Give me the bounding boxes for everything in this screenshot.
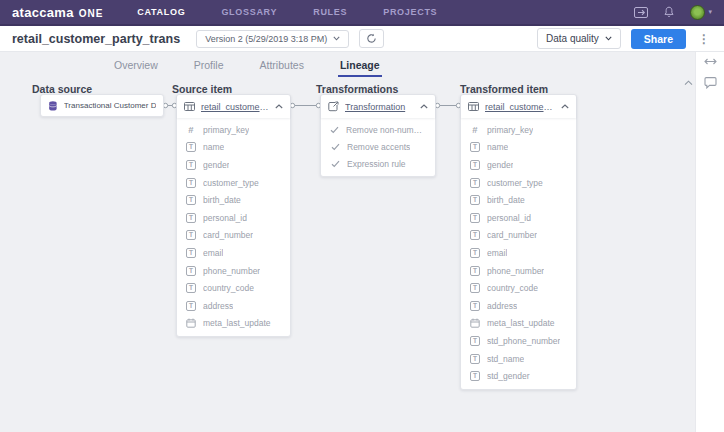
table-icon — [184, 102, 195, 111]
field-row[interactable]: Tcustomer_type — [177, 174, 290, 192]
text-icon: T — [186, 195, 196, 205]
field-label: name — [487, 142, 508, 152]
tab-attributes[interactable]: Attributes — [258, 55, 306, 77]
field-row[interactable]: #primary_key — [177, 121, 290, 139]
brand-logo[interactable]: ataccama ONE — [12, 5, 103, 20]
user-menu[interactable]: ▾ — [690, 5, 712, 20]
field-row[interactable]: Tname — [461, 139, 576, 157]
chevron-up-icon — [561, 104, 569, 109]
field-row[interactable]: Tcountry_code — [177, 279, 290, 297]
text-icon: T — [470, 213, 480, 223]
field-label: meta_last_update — [203, 318, 271, 328]
field-label: card_number — [487, 230, 537, 240]
page-title: retail_customer_party_trans — [12, 32, 180, 46]
text-icon: T — [186, 248, 196, 258]
field-row[interactable]: Tname — [177, 139, 290, 157]
tab-lineage[interactable]: Lineage — [338, 55, 382, 77]
text-icon: T — [470, 178, 480, 188]
transformation-link[interactable]: Transformation — [345, 102, 414, 112]
field-label: personal_id — [203, 213, 247, 223]
tab-overview[interactable]: Overview — [112, 55, 160, 77]
transformation-step[interactable]: Expression rule — [321, 155, 435, 172]
field-row[interactable]: Tcard_number — [461, 227, 576, 245]
transformation-step[interactable]: Remove non-numeric characters — [321, 121, 435, 138]
transformation-icon — [328, 101, 339, 112]
collapse-source-item-button[interactable] — [275, 104, 283, 109]
field-row[interactable]: Tcustomer_type — [461, 174, 576, 192]
field-row[interactable]: Tstd_name — [461, 350, 576, 368]
step-label: Expression rule — [347, 159, 406, 169]
field-label: country_code — [203, 283, 254, 293]
field-row[interactable]: Tpersonal_id — [177, 209, 290, 227]
chevron-down-icon — [333, 36, 340, 41]
field-row[interactable]: Tstd_gender — [461, 367, 576, 385]
data-quality-dropdown[interactable]: Data quality — [537, 28, 621, 49]
field-row[interactable]: meta_last_update — [177, 315, 290, 333]
resize-horizontal-icon[interactable] — [704, 57, 717, 66]
nav-item-projects[interactable]: PROJECTS — [383, 7, 437, 17]
text-icon: T — [186, 301, 196, 311]
top-nav: ataccama ONE CATALOGGLOSSARYRULESPROJECT… — [0, 0, 724, 26]
data-quality-label: Data quality — [546, 33, 599, 44]
field-row[interactable]: meta_last_update — [461, 315, 576, 333]
step-label: Remove non-numeric characters — [346, 125, 426, 135]
collapse-transformation-button[interactable] — [420, 104, 428, 109]
field-row[interactable]: Tcountry_code — [461, 279, 576, 297]
field-row[interactable]: Taddress — [177, 297, 290, 315]
export-panel-icon[interactable] — [634, 7, 648, 18]
collapse-lineage-icon[interactable] — [684, 80, 693, 86]
field-row[interactable]: Tcard_number — [177, 227, 290, 245]
field-row[interactable]: Temail — [177, 244, 290, 262]
nav-item-rules[interactable]: RULES — [313, 7, 347, 17]
field-label: birth_date — [487, 195, 525, 205]
field-label: address — [487, 301, 517, 311]
field-label: card_number — [203, 230, 253, 240]
source-item-field-list: #primary_keyTnameTgenderTcustomer_typeTb… — [177, 118, 290, 336]
field-row[interactable]: Tbirth_date — [461, 191, 576, 209]
transformation-header[interactable]: Transformation — [321, 95, 435, 118]
text-icon: T — [186, 230, 196, 240]
field-row[interactable]: Tphone_number — [177, 262, 290, 280]
source-item-link[interactable]: retail_customer_party — [201, 102, 269, 112]
nav-item-glossary[interactable]: GLOSSARY — [221, 7, 277, 17]
transformed-item-card: retail_customer_party_trans #primary_key… — [460, 94, 577, 390]
calendar-icon — [186, 318, 196, 328]
avatar — [690, 5, 705, 20]
nav-item-catalog[interactable]: CATALOG — [137, 7, 185, 17]
text-icon: T — [186, 178, 196, 188]
top-nav-items: CATALOGGLOSSARYRULESPROJECTS — [137, 7, 437, 17]
text-icon: T — [186, 160, 196, 170]
notifications-bell-icon[interactable] — [663, 6, 675, 18]
field-row[interactable]: Tpersonal_id — [461, 209, 576, 227]
transformed-item-link[interactable]: retail_customer_party_trans — [485, 102, 555, 112]
text-icon: T — [186, 266, 196, 276]
datasource-icon — [48, 100, 58, 112]
lineage-canvas: Data source Source item Transformations … — [0, 52, 695, 432]
refresh-button[interactable] — [359, 29, 384, 48]
transformation-step[interactable]: Remove accents — [321, 138, 435, 155]
field-row[interactable]: Taddress — [461, 297, 576, 315]
data-source-card[interactable]: Transactional Customer Data — [40, 94, 164, 117]
step-label: Remove accents — [347, 142, 410, 152]
source-item-header[interactable]: retail_customer_party — [177, 95, 290, 118]
field-row[interactable]: Temail — [461, 244, 576, 262]
transformed-item-field-list: #primary_keyTnameTgenderTcustomer_typeTb… — [461, 118, 576, 389]
brand-name: ataccama — [12, 5, 74, 20]
text-icon: T — [470, 301, 480, 311]
version-dropdown[interactable]: Version 2 (5/29/2019 3:18 PM) — [196, 30, 349, 48]
field-label: address — [203, 301, 233, 311]
comments-icon[interactable] — [704, 77, 717, 89]
field-row[interactable]: #primary_key — [461, 121, 576, 139]
field-row[interactable]: Tgender — [461, 156, 576, 174]
field-label: personal_id — [487, 213, 531, 223]
transformed-item-header[interactable]: retail_customer_party_trans — [461, 95, 576, 118]
field-row[interactable]: Tbirth_date — [177, 191, 290, 209]
tab-profile[interactable]: Profile — [192, 55, 226, 77]
share-button[interactable]: Share — [631, 29, 686, 49]
collapse-transformed-item-button[interactable] — [561, 104, 569, 109]
field-row[interactable]: Tgender — [177, 156, 290, 174]
field-row[interactable]: Tphone_number — [461, 262, 576, 280]
text-icon: T — [470, 142, 480, 152]
field-row[interactable]: Tstd_phone_number — [461, 332, 576, 350]
more-options-kebab-icon[interactable]: ⋮ — [696, 32, 712, 46]
